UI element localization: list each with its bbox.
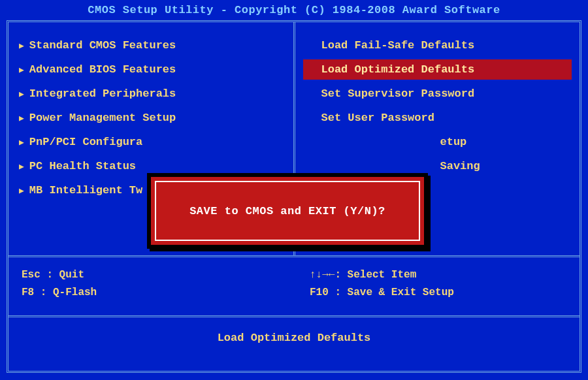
menu-item-setup-partial[interactable]: etup bbox=[303, 132, 572, 152]
triangle-icon: ▶ bbox=[19, 89, 24, 99]
bios-title: CMOS Setup Utility - Copyright (C) 1984-… bbox=[7, 3, 581, 20]
menu-item-label: Advanced BIOS Features bbox=[29, 63, 176, 76]
menu-item-label: Power Management Setup bbox=[29, 112, 176, 124]
menu-item-label: Set Supervisor Password bbox=[321, 87, 475, 100]
save-exit-dialog[interactable]: SAVE to CMOS and EXIT (Y/N)? bbox=[147, 173, 428, 249]
hint-f10-save-exit: F10 : Save & Exit Setup bbox=[310, 284, 566, 302]
menu-item-user-password[interactable]: Set User Password bbox=[303, 108, 572, 128]
menu-item-label: Standard CMOS Features bbox=[29, 39, 176, 52]
menu-item-load-optimized[interactable]: Load Optimized Defaults bbox=[303, 59, 572, 80]
footer-help-text: Load Optimized Defaults bbox=[8, 317, 580, 358]
hint-esc-quit: Esc : Quit bbox=[22, 266, 278, 284]
triangle-icon: ▶ bbox=[19, 40, 24, 51]
triangle-icon: ▶ bbox=[19, 137, 24, 148]
triangle-icon: ▶ bbox=[19, 161, 24, 172]
menu-item-pnp-pci[interactable]: ▶ PnP/PCI Configura bbox=[16, 132, 286, 152]
menu-item-label: MB Intelligent Tw bbox=[29, 184, 142, 197]
triangle-icon: ▶ bbox=[19, 185, 24, 196]
menu-item-power-management[interactable]: ▶ Power Management Setup bbox=[16, 108, 286, 128]
dialog-text: SAVE to CMOS and EXIT (Y/N)? bbox=[189, 205, 385, 217]
menu-item-integrated-peripherals[interactable]: ▶ Integrated Peripherals bbox=[16, 84, 286, 104]
triangle-icon: ▶ bbox=[19, 113, 24, 123]
menu-item-label: PnP/PCI Configura bbox=[29, 136, 142, 148]
menu-item-label: PC Health Status bbox=[29, 160, 136, 172]
hint-f8-qflash: F8 : Q-Flash bbox=[22, 284, 278, 302]
menu-item-label: etup bbox=[440, 136, 467, 148]
hint-arrows-select: ↑↓→←: Select Item bbox=[310, 266, 566, 284]
menu-item-label: Saving bbox=[440, 160, 480, 172]
menu-item-advanced-bios[interactable]: ▶ Advanced BIOS Features bbox=[16, 59, 286, 80]
menu-item-load-failsafe[interactable]: Load Fail-Safe Defaults bbox=[303, 35, 572, 55]
key-hints: Esc : Quit F8 : Q-Flash ↑↓→←: Select Ite… bbox=[8, 257, 580, 317]
menu-item-label: Load Optimized Defaults bbox=[321, 63, 475, 76]
triangle-icon: ▶ bbox=[19, 65, 24, 75]
menu-item-supervisor-password[interactable]: Set Supervisor Password bbox=[303, 84, 572, 104]
hints-left: Esc : Quit F8 : Q-Flash bbox=[8, 257, 291, 315]
menu-item-label: Integrated Peripherals bbox=[29, 87, 176, 100]
menu-item-standard-cmos[interactable]: ▶ Standard CMOS Features bbox=[16, 35, 286, 55]
menu-item-label: Load Fail-Safe Defaults bbox=[321, 39, 475, 52]
hints-right: ↑↓→←: Select Item F10 : Save & Exit Setu… bbox=[291, 257, 580, 315]
menu-item-label: Set User Password bbox=[321, 112, 434, 124]
